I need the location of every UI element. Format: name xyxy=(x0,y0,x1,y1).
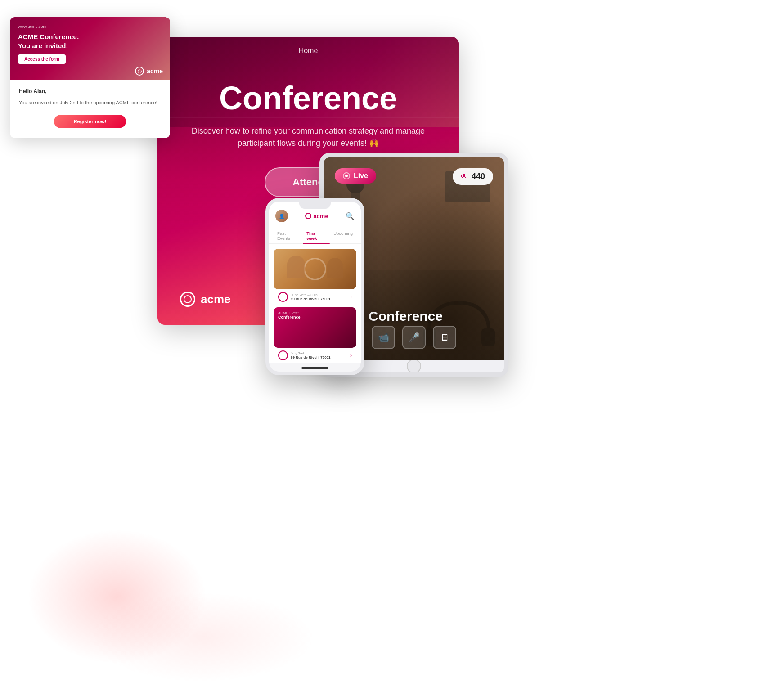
search-icon[interactable]: 🔍 xyxy=(346,212,355,220)
phone-logo: acme xyxy=(305,213,328,220)
video-icon: 📹 xyxy=(378,332,389,343)
event-card-1: June 26th – 30th 99 Rue de Rivoli, 75001… xyxy=(274,249,356,305)
user-avatar: 👤 xyxy=(275,210,288,222)
phone-home-bar xyxy=(269,363,361,372)
live-badge: Live xyxy=(335,168,376,184)
tablet-home-button[interactable] xyxy=(407,359,421,373)
phone-notch xyxy=(299,202,331,209)
access-form-button[interactable]: Access the form xyxy=(18,54,66,64)
email-greeting: Hello Alan, xyxy=(19,88,161,94)
tab-past-events[interactable]: Past Events xyxy=(274,229,303,243)
event1-date: June 26th – 30th xyxy=(291,293,350,297)
phone-shell: 👤 acme 🔍 Past Events This week Upcoming xyxy=(265,198,364,375)
mobile-phone: 👤 acme 🔍 Past Events This week Upcoming xyxy=(265,198,364,375)
email-url: www.acme.com xyxy=(18,24,162,29)
mic-control-button[interactable]: 🎤 xyxy=(402,326,426,349)
event1-footer: June 26th – 30th 99 Rue de Rivoli, 75001… xyxy=(274,289,356,305)
tablet-controls: 📹 🎤 🖥 xyxy=(372,326,456,349)
event2-info: July 2nd 99 Rue de Rivoli, 75001 xyxy=(291,351,350,359)
acme-logo-icon: ◯ xyxy=(135,67,144,76)
email-title: ACME Conference: You are invited! xyxy=(18,32,162,50)
tab-upcoming[interactable]: Upcoming xyxy=(330,229,356,243)
live-indicator xyxy=(343,172,350,179)
screen-control-button[interactable]: 🖥 xyxy=(433,326,456,349)
web-footer-logo-icon xyxy=(180,292,195,307)
conference-heading: Conference xyxy=(175,82,441,114)
event2-arrow[interactable]: › xyxy=(350,352,352,359)
email-body: Hello Alan, You are invited on July 2nd … xyxy=(10,80,170,138)
event2-title-overlay: ACME Event Conference xyxy=(278,311,301,319)
event1-logo xyxy=(278,292,288,302)
mic-icon: 🎤 xyxy=(409,332,420,343)
tab-this-week[interactable]: This week xyxy=(303,229,330,243)
event1-arrow[interactable]: › xyxy=(350,294,352,300)
video-control-button[interactable]: 📹 xyxy=(372,326,395,349)
web-footer-logo-text: acme xyxy=(201,292,231,306)
web-footer-logo: acme xyxy=(180,292,231,307)
event1-image xyxy=(274,249,356,289)
event2-footer: July 2nd 99 Rue de Rivoli, 75001 › xyxy=(274,348,356,363)
viewers-icon: 👁 xyxy=(461,173,468,181)
conference-subtext: Discover how to refine your communicatio… xyxy=(175,125,441,149)
phone-tabs: Past Events This week Upcoming xyxy=(269,226,361,244)
acme-logo-text: acme xyxy=(147,67,163,75)
phone-logo-icon xyxy=(305,213,311,219)
email-header: www.acme.com ACME Conference: You are in… xyxy=(10,17,170,80)
email-header-logo: ◯ acme xyxy=(135,67,163,76)
bg-glow-left xyxy=(27,529,207,664)
viewers-count: 440 xyxy=(472,172,485,181)
web-nav: Home xyxy=(157,37,459,55)
web-nav-home: Home xyxy=(299,47,318,54)
event2-address: 99 Rue de Rivoli, 75001 xyxy=(291,355,350,359)
event-card-2: ACME Event Conference July 2nd 99 Rue de… xyxy=(274,307,356,363)
event1-address: 99 Rue de Rivoli, 75001 xyxy=(291,297,350,301)
live-label: Live xyxy=(354,172,368,180)
event2-logo xyxy=(278,350,288,360)
event1-info: June 26th – 30th 99 Rue de Rivoli, 75001 xyxy=(291,293,350,301)
screen-icon: 🖥 xyxy=(440,332,449,343)
bg-glow-center xyxy=(90,592,315,682)
event2-date: July 2nd xyxy=(291,351,350,355)
phone-screen: 👤 acme 🔍 Past Events This week Upcoming xyxy=(269,202,361,363)
event2-image: ACME Event Conference xyxy=(274,307,356,348)
email-message: You are invited on July 2nd to the upcom… xyxy=(19,99,161,107)
phone-home-indicator xyxy=(301,367,328,369)
email-card: www.acme.com ACME Conference: You are in… xyxy=(10,17,170,138)
register-now-button[interactable]: Register now! xyxy=(54,115,126,128)
viewers-badge: 👁 440 xyxy=(453,168,493,185)
phone-logo-text: acme xyxy=(313,213,328,220)
